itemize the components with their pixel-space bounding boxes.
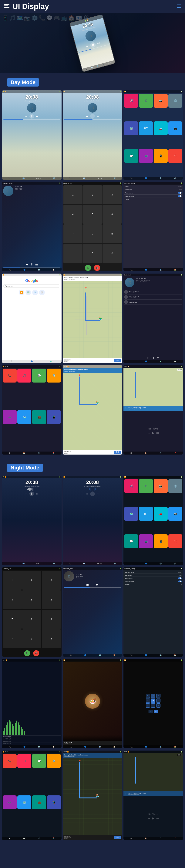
google-icon-phone[interactable]: 📞 [11, 361, 14, 362]
num-star[interactable]: * [63, 244, 82, 263]
night-icon-mail[interactable]: 📧 [23, 563, 25, 564]
icon-mail-2[interactable]: 📧 [83, 177, 85, 179]
night-np-icon-4[interactable]: 📍 [174, 837, 176, 839]
hangup-btn[interactable]: 📵 [94, 265, 100, 271]
app-media[interactable]: 📺 [139, 149, 153, 163]
night-np-icon-2[interactable]: 🏠 [144, 837, 147, 839]
night-apps-icon-vol[interactable]: 🔊 [174, 563, 176, 564]
arrow-downright[interactable]: ↘ [156, 704, 160, 708]
play-btn[interactable]: ⏸ [29, 114, 34, 119]
auto-answer-toggle[interactable] [178, 192, 182, 194]
settings-icon-bt[interactable]: 🔵 [145, 269, 147, 271]
call-btn[interactable]: 📞 [85, 265, 91, 271]
next-btn-2[interactable]: ⏭ [97, 115, 99, 118]
bt-home[interactable]: 🏠 [52, 269, 55, 271]
carplay-app-waze[interactable]: 🗺️ [17, 410, 31, 424]
night-play-2[interactable]: ⏸ [90, 492, 95, 496]
shortcut-youtube[interactable]: ▶️ [19, 289, 24, 295]
arrow-down[interactable]: ↓ [151, 704, 155, 708]
night-bt-next[interactable]: ⏭ [96, 583, 99, 586]
google-icon-map[interactable]: 🗺️ [50, 361, 52, 362]
night-num-0[interactable]: 0 [22, 629, 41, 648]
backup-icon-4[interactable]: 🏠 [174, 746, 176, 748]
night-settings-icon-home[interactable]: 🏠 [174, 654, 176, 656]
next-btn[interactable]: ⏭ [36, 115, 38, 118]
bt-bt[interactable]: 🔵 [23, 269, 25, 271]
np-prev[interactable]: ⏮ [148, 431, 151, 434]
night-num-8[interactable]: 8 [22, 610, 41, 629]
night-auto-connect-toggle[interactable] [178, 581, 182, 582]
zoom-plus[interactable]: + [154, 710, 158, 713]
night-np-prev[interactable]: ⏮ [148, 817, 151, 820]
night-controls-1[interactable]: ⏮ ⏸ ⏭ [2, 492, 61, 496]
app-maps[interactable]: 🗺️ [124, 121, 138, 135]
settings-icon-map[interactable]: 🗺️ [160, 269, 162, 271]
num-8[interactable]: 8 [83, 224, 102, 243]
bt-phone[interactable]: 📞 [9, 269, 11, 271]
prev-btn[interactable]: ⏮ [25, 115, 28, 118]
num-9[interactable]: 9 [103, 224, 122, 243]
night-num-5[interactable]: 5 [22, 590, 41, 609]
night-carplay-messages[interactable]: 💬 [32, 754, 46, 768]
app-more[interactable]: 📱 [154, 149, 168, 163]
icon-settings[interactable]: ⚙️ [53, 177, 55, 179]
social-icon-bt[interactable]: 🔵 [145, 361, 147, 362]
night-app-media[interactable]: 📺 [139, 534, 153, 548]
night-prev-1[interactable]: ⏮ [25, 492, 28, 495]
app-photos[interactable]: 📸 [154, 94, 168, 107]
shortcut-maps[interactable]: 🗺️ [25, 289, 31, 295]
night-app-telegram[interactable]: ✈️ [124, 479, 138, 493]
night-num-hash[interactable]: # [42, 629, 61, 648]
night-np-play[interactable]: ▶ [152, 817, 154, 820]
day-player-controls[interactable]: ⏮ ⏸ ⏭ [2, 114, 61, 119]
not-playing-controls[interactable]: ⏮ ▶ ⏭ [148, 431, 159, 434]
arrow-left[interactable]: ← [146, 699, 150, 703]
eq-icon-2[interactable]: 🔵 [23, 746, 25, 748]
night-go-btn[interactable]: GO [114, 836, 121, 839]
icon-phone-2[interactable]: 📞 [69, 177, 71, 179]
carplay-app-podcast[interactable]: 🎙️ [47, 369, 61, 382]
night-apps-icon-phone[interactable]: 📞 [130, 563, 133, 564]
arrow-up[interactable]: ↑ [151, 693, 155, 698]
night-num-4[interactable]: 4 [3, 590, 22, 609]
carplay-icon-3[interactable]: 🎵 [38, 452, 40, 454]
social-play[interactable]: ⏸ [152, 356, 155, 359]
night-num-9[interactable]: 9 [42, 610, 61, 629]
night-btm-home[interactable]: 🏠 [113, 654, 115, 656]
night-play-1[interactable]: ⏸ [29, 492, 34, 496]
settings-icon-phone[interactable]: 📞 [130, 269, 133, 271]
night-np-next[interactable]: ⏭ [156, 817, 159, 820]
night-num-7[interactable]: 7 [3, 610, 22, 629]
num-4[interactable]: 4 [63, 205, 82, 224]
arrow-right[interactable]: → [156, 699, 160, 703]
carplay-app-music[interactable]: 🎵 [17, 369, 31, 382]
social-icon-home[interactable]: 🏠 [174, 361, 176, 362]
bt-map[interactable]: 🗺️ [38, 269, 40, 271]
night-carplay-more[interactable]: 📱 [47, 796, 61, 809]
night-next-2[interactable]: ⏭ [97, 492, 99, 495]
night-apps-icon-settings[interactable]: ⚙️ [160, 563, 162, 564]
night-media-icon-3[interactable]: 🗺️ [99, 746, 101, 748]
night-bt-prev[interactable]: ⏮ [86, 583, 89, 586]
night-num-2[interactable]: 2 [22, 571, 41, 590]
arrow-center[interactable]: ● [151, 699, 155, 703]
shortcut-news[interactable]: 📰 [39, 289, 45, 295]
night-carplay-waze[interactable]: 🗺️ [17, 796, 31, 809]
arrow-upleft[interactable]: ↖ [146, 693, 150, 698]
night-media-icon-2[interactable]: 🔵 [84, 746, 86, 748]
num-1[interactable]: 1 [63, 185, 82, 205]
prev-btn-2[interactable]: ⏮ [86, 115, 88, 118]
night-settings-icon-map[interactable]: 🗺️ [160, 654, 162, 656]
night-auto-answer-toggle[interactable] [178, 577, 182, 579]
night-btm-phone[interactable]: 📞 [70, 654, 72, 656]
night-carplay-phone[interactable]: 📞 [3, 754, 17, 768]
night-carplay-icon-2[interactable]: 🏠 [23, 837, 25, 839]
num-2[interactable]: 2 [83, 185, 102, 205]
night-app-record[interactable]: 🔴 [168, 534, 182, 548]
night-app-more[interactable]: 📱 [154, 534, 168, 548]
icon-settings-2[interactable]: ⚙️ [114, 177, 116, 179]
night-btm-map[interactable]: 🗺️ [99, 654, 101, 656]
settings-icon-home[interactable]: 🏠 [174, 269, 176, 271]
social-icon-phone[interactable]: 📞 [130, 361, 133, 362]
google-icon-bt[interactable]: 🔵 [31, 361, 33, 362]
